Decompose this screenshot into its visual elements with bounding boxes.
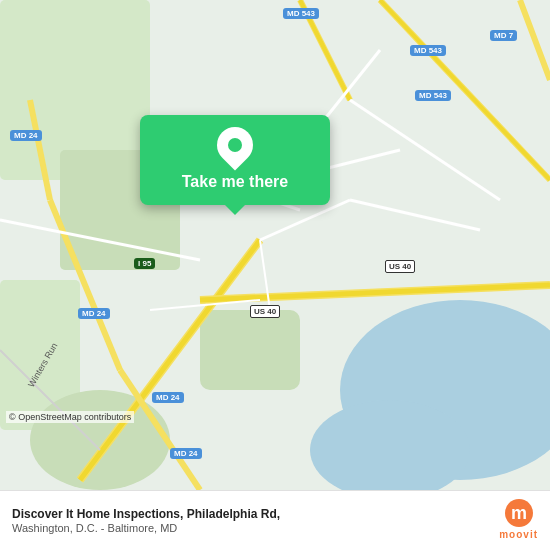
take-me-there-button[interactable]: Take me there <box>182 173 288 191</box>
location-pin <box>210 120 261 171</box>
moovit-logo: m moovit <box>499 497 538 540</box>
shield-md543-right2: MD 543 <box>415 90 451 101</box>
bottom-bar: Discover It Home Inspections, Philadelph… <box>0 490 550 550</box>
svg-line-24 <box>260 200 350 240</box>
svg-line-10 <box>200 285 550 300</box>
moovit-icon: m <box>503 497 535 529</box>
shield-md7: MD 7 <box>490 30 517 41</box>
destination-name: Discover It Home Inspections, Philadelph… <box>12 507 468 523</box>
destination-info: Discover It Home Inspections, Philadelph… <box>12 507 538 535</box>
destination-location: Washington, D.C. - Baltimore, MD <box>12 522 468 534</box>
svg-point-6 <box>30 390 170 490</box>
svg-line-25 <box>350 200 480 230</box>
shield-md24-top: MD 24 <box>10 130 42 141</box>
svg-line-15 <box>520 0 550 80</box>
shield-md543-top: MD 543 <box>283 8 319 19</box>
shield-md24-low: MD 24 <box>152 392 184 403</box>
popup-card[interactable]: Take me there <box>140 115 330 205</box>
shield-i95: I 95 <box>134 258 155 269</box>
shield-md543-right1: MD 543 <box>410 45 446 56</box>
svg-line-14 <box>380 0 550 180</box>
map-container: MD 543 MD 543 MD 543 MD 7 MD 24 MD 24 MD… <box>0 0 550 490</box>
shield-us40-mid: US 40 <box>250 305 280 318</box>
svg-text:m: m <box>511 503 527 523</box>
shield-md24-mid: MD 24 <box>78 308 110 319</box>
svg-rect-4 <box>200 310 300 390</box>
svg-line-23 <box>350 100 500 200</box>
shield-md24-bot: MD 24 <box>170 448 202 459</box>
shield-us40-right: US 40 <box>385 260 415 273</box>
moovit-text: moovit <box>499 529 538 540</box>
pin-inner <box>228 138 242 152</box>
copyright-text: © OpenStreetMap contributors <box>6 411 134 423</box>
